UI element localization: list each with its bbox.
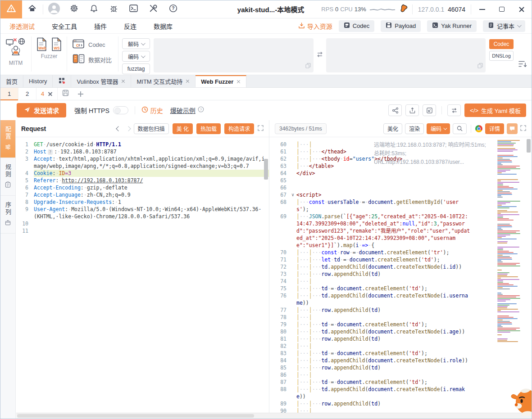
engine-address[interactable]: 127.0.0.1 46074 [418,6,465,13]
yakit-mascot[interactable] [509,387,532,416]
code-line[interactable]: 79│···│···td·=·document.createElement('t… [269,321,532,328]
code-line[interactable]: 5Referer:·http://192.168.0.103:8787/ [16,177,269,184]
encoding-dropdown[interactable]: 编码 [427,123,450,134]
notifications-button[interactable] [84,0,104,18]
codec-input-area[interactable] [154,38,314,72]
code-line[interactable]: 4Cookie:·ID=3 [16,170,269,177]
search-button[interactable] [453,123,467,134]
codec-tool[interactable]: C Codec [73,39,112,50]
side-tab-config[interactable]: 配置 [0,120,15,158]
menu-security-tools[interactable]: 安全工具 [52,22,77,31]
code-line[interactable]: 8Upgrade-Insecure-Requests:·1 [16,198,269,206]
code-line[interactable]: 83│···│···td·=·document.createElement('t… [269,350,532,357]
tab-mitm[interactable]: MITM 交互式劫持 [131,75,196,87]
menu-reverse[interactable]: 反连 [124,22,136,31]
code-line[interactable]: 65 [269,177,532,184]
code-line[interactable]: 88│···│···td.appendChild(document.create… [269,386,532,400]
dnslog-button[interactable]: DNSLog [489,51,514,61]
generate-yaml-button[interactable]: </> 生成 Yaml 模板 [464,104,526,117]
next-request-button[interactable] [126,126,131,131]
fuzzer-tool[interactable]: Web WS Fuzzer [32,36,67,72]
user-avatar-button[interactable] [44,0,64,18]
close-icon[interactable] [48,91,53,96]
settings-button[interactable] [64,0,84,18]
share-button[interactable] [388,104,402,116]
horizontal-scrollbar[interactable] [16,413,532,419]
response-editor[interactable]: 60│···│61│···│···</thead>62│···│···<tbod… [269,137,532,419]
code-line[interactable]: 63│···</table> [269,162,532,170]
payload-button[interactable]: Payload [381,20,421,32]
code-line[interactable]: 68│···const·usersTable·=·document.getEle… [269,198,532,213]
code-line[interactable]: 9User-Agent:·Mozilla/5.0·(Windows·NT·10.… [16,206,269,220]
code-line[interactable]: 87│···│···td·=·document.createElement('t… [269,378,532,386]
tab-project-icon[interactable] [53,75,71,87]
fullscreen-icon[interactable] [258,125,264,133]
codec-output-area[interactable] [326,38,486,72]
code-line[interactable]: 60│···│ [269,141,532,148]
code-line[interactable]: 64</div> [269,170,532,177]
code-line[interactable]: 72│···│···td.appendChild(document.create… [269,263,532,270]
copy-icon[interactable] [305,62,311,70]
code-line[interactable]: 73│···│···row.appendChild(td) [269,270,532,278]
history-link[interactable]: 历史 [141,106,163,115]
new-fuzzer-tab-button[interactable] [73,88,88,100]
code-line[interactable]: 1GET·/user/cookie-id·HTTP/1.1 [16,141,269,148]
code-line[interactable]: 71│···│···let·td·=·document.createElemen… [269,256,532,263]
code-line[interactable]: 3Accept:·text/html,application/xhtml+xml… [16,155,269,170]
code-line[interactable]: 81│···│···row.appendChild(td) [269,335,532,342]
mitm-tool[interactable]: MITM [0,36,32,72]
yak-engine-button[interactable] [395,0,411,18]
force-https-toggle[interactable] [113,106,128,114]
code-line[interactable]: 77│···│···row.appendChild(td) [269,306,532,314]
menu-database[interactable]: 数据库 [154,22,173,31]
code-line[interactable]: 89│···│···row.appendChild(td) [269,400,532,407]
request-editor[interactable]: 1GET·/user/cookie-id·HTTP/1.12Host?:·192… [16,137,269,419]
codec-shortcut-button[interactable]: Codec [339,20,375,32]
data-compare-tool[interactable]: 数据对比 [73,54,112,65]
code-line[interactable]: 67∨<script> [269,191,532,198]
fuzzer-tab-1[interactable]: 1 [0,88,18,100]
home-button[interactable] [22,0,42,18]
code-line[interactable]: 61│···│···</thead> [269,148,532,155]
hot-reload-button[interactable]: 热加载 [196,123,221,134]
code-line[interactable]: 84│···│···td.appendChild(document.create… [269,357,532,364]
tab-home[interactable]: 首页 [0,75,23,87]
code-line[interactable]: 6Accept-Encoding:·gzip,·deflate [16,184,269,191]
switch-view-button[interactable] [447,104,461,116]
copy-icon[interactable] [477,62,483,70]
tab-vulinbox[interactable]: Vulinbox 管理器 [71,75,131,87]
open-in-browser-icon[interactable] [475,125,482,132]
close-icon[interactable] [236,80,241,84]
send-request-button[interactable]: 发送请求 [17,103,66,117]
close-button[interactable] [512,0,532,18]
tools-button[interactable] [143,0,163,18]
request-scrollbar-thumb[interactable] [264,159,268,180]
info-circle-icon[interactable]: ? [198,106,204,114]
yak-runner-button[interactable]: Yak Runner [427,20,477,32]
save-fuzzer-tab-button[interactable] [58,88,73,100]
scrollbar-thumb[interactable] [17,414,254,418]
prev-request-button[interactable] [116,126,121,131]
console-button[interactable] [123,0,143,18]
maximize-button[interactable] [492,0,512,18]
code-line[interactable]: 74│···│ [269,278,532,285]
minimize-button[interactable] [472,0,492,18]
fuzzer-tab-4[interactable]: 4 [36,88,58,100]
import-button[interactable] [423,104,436,116]
help-button[interactable]: ? [163,0,183,18]
code-line[interactable]: 66 [269,184,532,191]
code-line[interactable]: 62│···│···<tbody·id="users"></tbody> [269,155,532,162]
codec-run-button[interactable]: Codec [489,39,514,49]
side-tab-sequence[interactable]: 序列 [0,196,15,234]
notepad-button[interactable]: 记事本 [483,20,525,32]
code-line[interactable]: 11 [16,227,269,234]
code-line[interactable]: 10 [16,220,269,227]
code-line[interactable]: 78│···│ [269,314,532,321]
detail-button[interactable]: 详情 [485,123,504,134]
code-line[interactable]: 80│···│···td.appendChild(document.create… [269,328,532,335]
swap-io-button[interactable] [316,51,323,60]
response-scrollbar-thumb[interactable] [527,139,531,153]
beautify-request-button[interactable]: 美 化 [173,123,193,134]
fuzztag-button[interactable]: fuzztag [122,63,150,74]
construct-request-button[interactable]: 构造请求 [224,123,254,134]
